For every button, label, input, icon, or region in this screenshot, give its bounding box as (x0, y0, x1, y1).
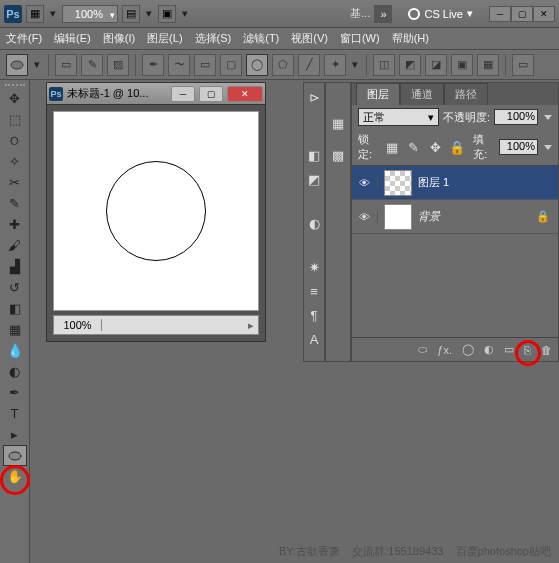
menu-window[interactable]: 窗口(W) (340, 31, 380, 46)
viewmode-icon[interactable]: ▣ (158, 5, 176, 23)
shape-tool[interactable] (3, 445, 27, 466)
combine-int-icon[interactable]: ▣ (451, 54, 473, 76)
adjust-icon[interactable]: ◐ (304, 213, 324, 233)
maximize-button[interactable]: ▢ (511, 6, 533, 22)
doc-minimize-button[interactable]: ─ (171, 86, 195, 102)
doc-maximize-button[interactable]: ▢ (199, 86, 223, 102)
bridge-icon[interactable]: ▦ (26, 5, 44, 23)
move-tool[interactable]: ✥ (3, 88, 27, 109)
tab-paths[interactable]: 路径 (444, 83, 488, 105)
doc-zoom[interactable]: 100% (54, 319, 102, 331)
brush2-icon[interactable]: ≡ (304, 281, 324, 301)
swatch2-icon[interactable]: ▩ (328, 145, 348, 165)
swatch1-icon[interactable]: ▦ (328, 113, 348, 133)
ellipse-icon[interactable]: ◯ (246, 54, 268, 76)
workspace-label[interactable]: 基... (350, 6, 370, 21)
workspace-more-icon[interactable]: » (374, 5, 392, 23)
layer-thumb[interactable] (384, 170, 412, 196)
histogram-icon[interactable]: ◧ (304, 145, 324, 165)
shapemode-shape-icon[interactable]: ▭ (55, 54, 77, 76)
shapemode-fill-icon[interactable]: ▨ (107, 54, 129, 76)
menu-layer[interactable]: 图层(L) (147, 31, 182, 46)
history-brush-tool[interactable]: ↺ (3, 277, 27, 298)
doc-close-button[interactable]: ✕ (227, 86, 263, 102)
new-layer-icon[interactable]: ⎘ (524, 344, 531, 356)
canvas[interactable] (53, 111, 259, 311)
status-caret-icon[interactable]: ▸ (244, 319, 258, 332)
shapemode-path-icon[interactable]: ✎ (81, 54, 103, 76)
menu-image[interactable]: 图像(I) (103, 31, 135, 46)
tab-channels[interactable]: 通道 (400, 83, 444, 105)
path-select-tool[interactable]: ▸ (3, 424, 27, 445)
menu-edit[interactable]: 编辑(E) (54, 31, 91, 46)
eraser-tool[interactable]: ◧ (3, 298, 27, 319)
tab-layers[interactable]: 图层 (356, 83, 400, 105)
cslive-button[interactable]: CS Live▾ (408, 7, 473, 20)
eye-icon[interactable]: 👁 (352, 211, 378, 223)
freeform-icon[interactable]: 〜 (168, 54, 190, 76)
eyedropper-tool[interactable]: ✎ (3, 193, 27, 214)
expand-icon[interactable]: ⊳ (304, 87, 324, 107)
crop-tool[interactable]: ✂ (3, 172, 27, 193)
fill-caret-icon[interactable] (544, 145, 552, 150)
layer-row[interactable]: 👁 背景 🔒 (352, 200, 558, 234)
delete-icon[interactable]: 🗑 (541, 344, 552, 356)
adjustment-icon[interactable]: ◐ (484, 343, 494, 356)
hand-tool[interactable]: ✋ (3, 466, 27, 487)
lock-paint-icon[interactable]: ✎ (405, 137, 422, 157)
color-icon[interactable]: ◩ (304, 169, 324, 189)
opacity-input[interactable]: 100% (494, 109, 538, 125)
grid-icon[interactable]: ▤ (122, 5, 140, 23)
combine-excl-icon[interactable]: ▦ (477, 54, 499, 76)
menu-view[interactable]: 视图(V) (291, 31, 328, 46)
menu-help[interactable]: 帮助(H) (392, 31, 429, 46)
brush-tool[interactable]: 🖌 (3, 235, 27, 256)
lock-move-icon[interactable]: ✥ (427, 137, 444, 157)
pen-tool[interactable]: ✒ (3, 382, 27, 403)
fill-input[interactable]: 100% (499, 139, 538, 155)
combine-new-icon[interactable]: ◫ (373, 54, 395, 76)
lasso-tool[interactable]: ଠ (3, 130, 27, 151)
char2-icon[interactable]: A (304, 329, 324, 349)
layer-thumb[interactable] (384, 204, 412, 230)
heal-tool[interactable]: ✚ (3, 214, 27, 235)
fx-icon[interactable]: ƒx. (437, 344, 452, 356)
dropdown-caret[interactable]: ▾ (48, 7, 58, 20)
combine-add-icon[interactable]: ◩ (399, 54, 421, 76)
group-icon[interactable]: ▭ (504, 343, 514, 356)
menu-file[interactable]: 文件(F) (6, 31, 42, 46)
close-button[interactable]: ✕ (533, 6, 555, 22)
line-icon[interactable]: ╱ (298, 54, 320, 76)
current-tool-icon[interactable] (6, 54, 28, 76)
rect-icon[interactable]: ▭ (194, 54, 216, 76)
menu-select[interactable]: 选择(S) (195, 31, 232, 46)
minimize-button[interactable]: ─ (489, 6, 511, 22)
layer-name[interactable]: 图层 1 (418, 175, 558, 190)
combine-sub-icon[interactable]: ◪ (425, 54, 447, 76)
lock-all-icon[interactable]: 🔒 (448, 137, 465, 157)
link-icon[interactable]: ⬭ (418, 343, 427, 356)
type-tool[interactable]: T (3, 403, 27, 424)
roundrect-icon[interactable]: ▢ (220, 54, 242, 76)
polygon-icon[interactable]: ⬠ (272, 54, 294, 76)
gradient-tool[interactable]: ▦ (3, 319, 27, 340)
lock-trans-icon[interactable]: ▦ (384, 137, 401, 157)
mask-icon[interactable]: ◯ (462, 343, 474, 356)
style-icon[interactable]: ▭ (512, 54, 534, 76)
layer-name[interactable]: 背景 (418, 209, 536, 224)
document-window[interactable]: Ps 未标题-1 @ 10... ─ ▢ ✕ 100% ▸ (46, 82, 266, 342)
blend-mode-select[interactable]: 正常▾ (358, 108, 439, 126)
zoom-select[interactable]: 100% (62, 5, 118, 23)
wand-tool[interactable]: ✧ (3, 151, 27, 172)
marquee-tool[interactable]: ⬚ (3, 109, 27, 130)
eye-icon[interactable]: 👁 (352, 177, 378, 189)
menu-filter[interactable]: 滤镜(T) (243, 31, 279, 46)
stamp-tool[interactable]: ▟ (3, 256, 27, 277)
char-icon[interactable]: ¶ (304, 305, 324, 325)
dodge-tool[interactable]: ◐ (3, 361, 27, 382)
brush-icon[interactable]: ✷ (304, 257, 324, 277)
custom-shape-icon[interactable]: ✦ (324, 54, 346, 76)
layer-row[interactable]: 👁 图层 1 (352, 166, 558, 200)
blur-tool[interactable]: 💧 (3, 340, 27, 361)
document-titlebar[interactable]: Ps 未标题-1 @ 10... ─ ▢ ✕ (47, 83, 265, 105)
